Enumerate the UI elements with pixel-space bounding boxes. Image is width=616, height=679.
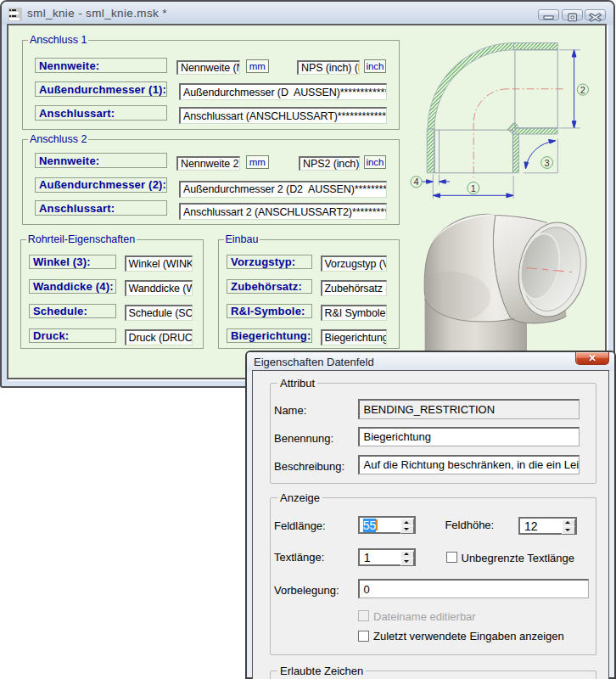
svg-text:1: 1: [471, 183, 476, 194]
svg-text:2: 2: [580, 85, 585, 95]
svg-text:3: 3: [545, 158, 550, 168]
svg-text:4: 4: [414, 177, 419, 187]
